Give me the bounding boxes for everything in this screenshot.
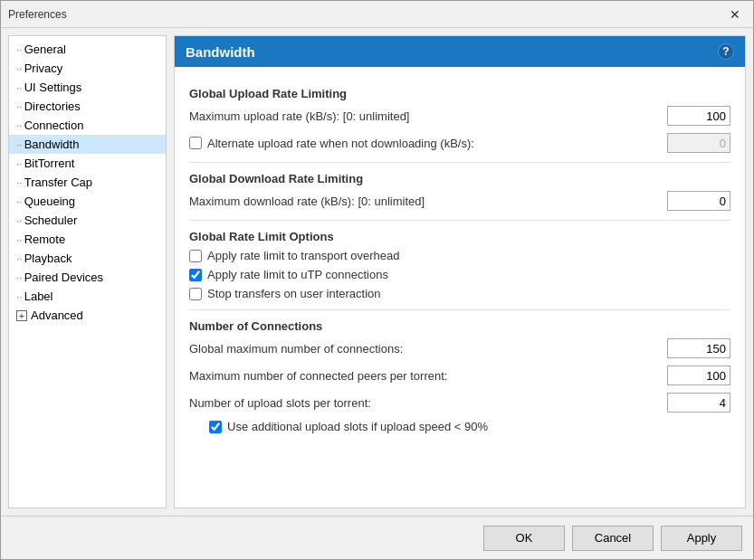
additional-slots-label: Use additional upload slots if upload sp…: [227, 420, 488, 433]
sidebar-item-privacy[interactable]: ··Privacy: [9, 59, 166, 78]
main-content: Bandwidth ? Global Upload Rate Limiting …: [174, 35, 746, 508]
sidebar-prefix: ··: [16, 195, 23, 208]
max-upload-row: Maximum upload rate (kB/s): [0: unlimite…: [189, 106, 730, 126]
ok-button[interactable]: OK: [483, 526, 565, 551]
sidebar-item-label: Scheduler: [24, 214, 78, 227]
max-peers-label: Maximum number of connected peers per to…: [189, 369, 667, 383]
sidebar-item-label: Playback: [24, 252, 72, 265]
sidebar-item-label: Remote: [24, 233, 66, 246]
rate-limit-title: Global Rate Limit Options: [189, 230, 730, 243]
sidebar-item-bandwidth[interactable]: ··Bandwidth: [9, 135, 166, 154]
additional-slots-checkbox[interactable]: [209, 421, 222, 433]
section-title: Bandwidth: [186, 44, 255, 60]
sidebar-item-label: UI Settings: [24, 81, 82, 94]
sidebar-item-label[interactable]: ··Label: [9, 287, 166, 306]
max-connections-row: Global maximum number of connections:: [189, 338, 730, 358]
sidebar-item-label: Label: [24, 289, 53, 303]
stop-transfers-checkbox[interactable]: [189, 288, 202, 300]
close-button[interactable]: ✕: [724, 6, 746, 23]
sidebar-item-scheduler[interactable]: ··Scheduler: [9, 211, 166, 230]
sidebar-prefix: ··: [16, 100, 23, 113]
apply-utp-checkbox[interactable]: [189, 269, 202, 281]
sidebar-item-label: BitTorrent: [24, 157, 75, 170]
sidebar-prefix: ··: [16, 62, 23, 75]
apply-transport-row: Apply rate limit to transport overhead: [189, 249, 730, 262]
alternate-upload-row: Alternate upload rate when not downloadi…: [189, 133, 730, 153]
alternate-upload-checkbox[interactable]: [189, 137, 202, 149]
sidebar-item-directories[interactable]: ··Directories: [9, 97, 166, 116]
upload-section-title: Global Upload Rate Limiting: [189, 87, 730, 100]
max-connections-input[interactable]: [667, 338, 730, 358]
sidebar-item-transfer-cap[interactable]: ··Transfer Cap: [9, 173, 166, 192]
sidebar-item-bittorrent[interactable]: ··BitTorrent: [9, 154, 166, 173]
sidebar-item-advanced[interactable]: +Advanced: [9, 306, 166, 325]
cancel-button[interactable]: Cancel: [572, 526, 654, 551]
content-area: Global Upload Rate Limiting Maximum uplo…: [175, 67, 745, 508]
additional-slots-row: Use additional upload slots if upload sp…: [209, 420, 730, 433]
sidebar-item-general[interactable]: ··General: [9, 40, 166, 59]
sidebar-prefix: ··: [16, 252, 23, 265]
help-icon[interactable]: ?: [718, 43, 734, 60]
sidebar-item-label: Queueing: [24, 195, 75, 208]
download-section-title: Global Download Rate Limiting: [189, 172, 730, 185]
max-connections-label: Global maximum number of connections:: [189, 342, 667, 356]
title-bar: Preferences ✕: [1, 1, 753, 28]
sidebar-prefix: ··: [16, 43, 23, 56]
expand-icon: +: [16, 310, 27, 321]
sidebar-prefix: ··: [16, 157, 23, 170]
sidebar-item-label: Bandwidth: [24, 138, 80, 151]
sidebar-item-connection[interactable]: ··Connection: [9, 116, 166, 135]
max-upload-label: Maximum upload rate (kB/s): [0: unlimite…: [189, 109, 667, 123]
max-peers-input[interactable]: [667, 365, 730, 385]
sidebar-prefix: ··: [16, 271, 23, 284]
preferences-dialog: Preferences ✕ ··General··Privacy··UI Set…: [0, 0, 754, 560]
sidebar-item-label: Transfer Cap: [24, 176, 92, 189]
dialog-footer: OK Cancel Apply: [1, 516, 753, 559]
sidebar-item-label: General: [24, 43, 66, 56]
max-download-label: Maximum download rate (kB/s): [0: unlimi…: [189, 195, 667, 208]
sidebar-prefix: ··: [16, 119, 23, 132]
connections-title: Number of Connections: [189, 319, 730, 333]
apply-button[interactable]: Apply: [661, 526, 742, 551]
sidebar-prefix: ··: [16, 81, 23, 94]
sidebar-item-label: Privacy: [24, 62, 63, 75]
apply-utp-row: Apply rate limit to uTP connections: [189, 268, 730, 281]
stop-transfers-row: Stop transfers on user interaction: [189, 287, 730, 300]
apply-transport-label: Apply rate limit to transport overhead: [207, 249, 399, 262]
sidebar-item-label: Paired Devices: [24, 271, 103, 284]
sidebar-prefix: ··: [16, 214, 23, 227]
apply-transport-checkbox[interactable]: [189, 250, 202, 262]
sidebar-prefix: ··: [16, 290, 23, 303]
sidebar-item-label: Connection: [24, 119, 84, 132]
max-upload-input[interactable]: [667, 106, 730, 126]
alternate-upload-label: Alternate upload rate when not downloadi…: [207, 137, 662, 150]
max-peers-row: Maximum number of connected peers per to…: [189, 365, 730, 385]
upload-slots-label: Number of upload slots per torrent:: [189, 396, 667, 410]
dialog-title: Preferences: [8, 8, 67, 21]
sidebar-item-ui-settings[interactable]: ··UI Settings: [9, 78, 166, 97]
sidebar-prefix: ··: [16, 138, 23, 151]
alternate-upload-input[interactable]: [667, 133, 730, 153]
stop-transfers-label: Stop transfers on user interaction: [207, 287, 381, 300]
sidebar-item-playback[interactable]: ··Playback: [9, 249, 166, 268]
sidebar-item-paired-devices[interactable]: ··Paired Devices: [9, 268, 166, 287]
section-header: Bandwidth ?: [175, 36, 745, 67]
upload-slots-row: Number of upload slots per torrent:: [189, 393, 730, 413]
max-download-input[interactable]: [667, 191, 730, 211]
sidebar-prefix: ··: [16, 233, 23, 246]
apply-utp-label: Apply rate limit to uTP connections: [207, 268, 388, 281]
sidebar-item-label: Directories: [24, 100, 81, 113]
sidebar-prefix: ··: [16, 176, 23, 189]
sidebar-item-queueing[interactable]: ··Queueing: [9, 192, 166, 211]
sidebar-item-remote[interactable]: ··Remote: [9, 230, 166, 249]
max-download-row: Maximum download rate (kB/s): [0: unlimi…: [189, 191, 730, 211]
dialog-body: ··General··Privacy··UI Settings··Directo…: [1, 28, 753, 516]
upload-slots-input[interactable]: [667, 393, 730, 413]
sidebar: ··General··Privacy··UI Settings··Directo…: [8, 35, 167, 508]
sidebar-item-label: Advanced: [31, 308, 83, 322]
